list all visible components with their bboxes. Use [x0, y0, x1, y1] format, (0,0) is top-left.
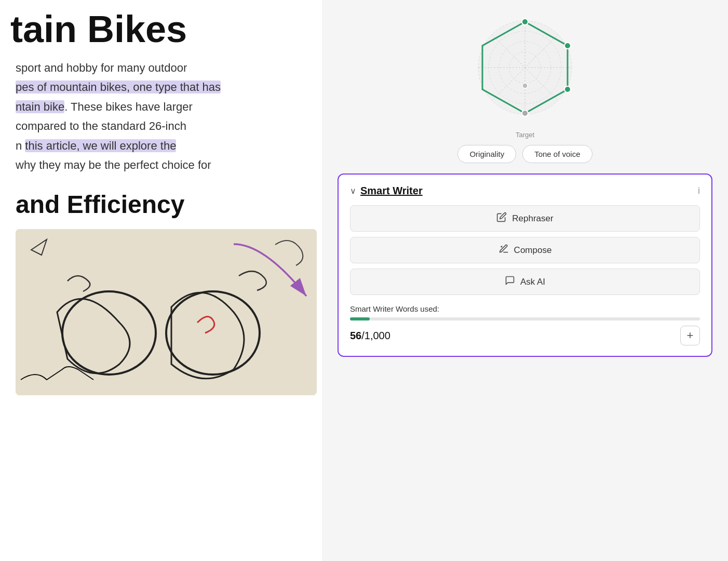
svg-point-14: [522, 19, 528, 25]
right-panel: Target Originality Tone of voice ∨ Smart…: [322, 0, 728, 561]
info-icon[interactable]: i: [698, 185, 700, 196]
compose-button[interactable]: Compose: [350, 237, 700, 263]
rephraser-button[interactable]: Rephraser: [350, 205, 700, 232]
words-total-number: 1,000: [365, 330, 390, 341]
ask-ai-icon: [505, 275, 515, 288]
article-title: tain Bikes: [10, 10, 306, 48]
ask-ai-button[interactable]: Ask AI: [350, 269, 700, 295]
body-line-3: ntain bike. These bikes have larger: [16, 100, 193, 113]
svg-point-18: [522, 83, 528, 88]
body-line-5: n this article, we will explore the: [16, 139, 176, 152]
progress-bar-fill: [350, 317, 370, 320]
tone-of-voice-button[interactable]: Tone of voice: [522, 145, 592, 163]
article-subtitle: and Efficiency: [16, 190, 306, 219]
svg-point-16: [564, 86, 571, 92]
body-line-6: why they may be the perfect choice for: [16, 158, 211, 171]
smart-writer-card: ∨ Smart Writer i Rephraser: [338, 173, 712, 357]
body-line-1: sport and hobby for many outdoor: [16, 61, 187, 74]
originality-button[interactable]: Originality: [457, 145, 516, 163]
smart-writer-title: Smart Writer: [360, 185, 694, 197]
article-body: sport and hobby for many outdoor pes of …: [16, 58, 306, 175]
radar-chart: [468, 10, 582, 125]
radar-section: Target Originality Tone of voice: [338, 10, 712, 163]
compose-label: Compose: [514, 245, 552, 256]
left-panel: tain Bikes sport and hobby for many outd…: [0, 0, 322, 561]
ask-ai-label: Ask AI: [520, 277, 545, 287]
words-used-number: 56: [350, 330, 361, 341]
rephraser-icon: [496, 212, 507, 225]
arrow-indicator: [223, 239, 322, 314]
progress-bar-background: [350, 317, 700, 320]
plus-button[interactable]: +: [680, 326, 700, 345]
svg-point-17: [522, 110, 528, 116]
rephraser-label: Rephraser: [512, 213, 553, 224]
svg-point-19: [501, 246, 502, 247]
smart-writer-header: ∨ Smart Writer i: [350, 185, 700, 197]
words-count-row: 56/1,000 +: [350, 326, 700, 345]
radar-buttons-row: Originality Tone of voice: [457, 145, 592, 163]
words-section: Smart Writer Words used: 56/1,000 +: [350, 304, 700, 345]
body-line-4: compared to the standard 26-inch: [16, 119, 186, 132]
chevron-down-icon: ∨: [350, 186, 356, 196]
body-line-2: pes of mountain bikes, one type that has: [16, 81, 221, 94]
words-used-label: Smart Writer Words used:: [350, 304, 700, 313]
radar-target-label: Target: [516, 131, 534, 139]
compose-icon: [498, 244, 509, 257]
svg-point-15: [564, 43, 571, 49]
words-count: 56/1,000: [350, 330, 390, 342]
